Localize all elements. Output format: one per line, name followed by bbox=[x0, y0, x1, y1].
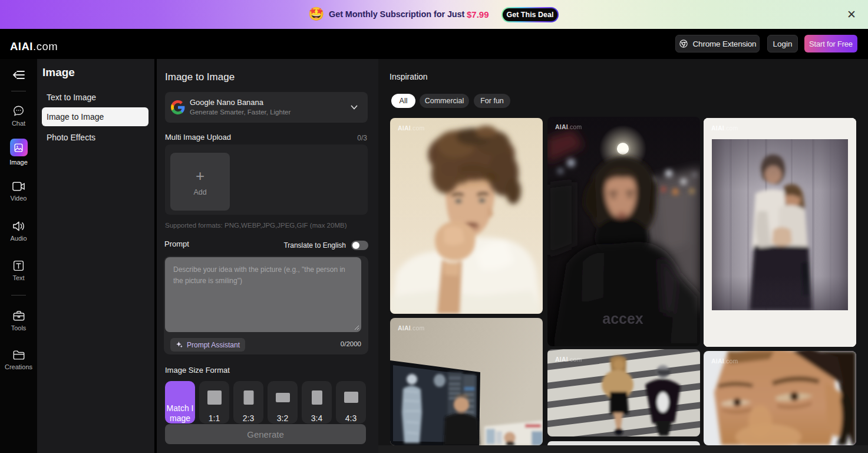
svg-text:accex: accex bbox=[602, 310, 643, 327]
